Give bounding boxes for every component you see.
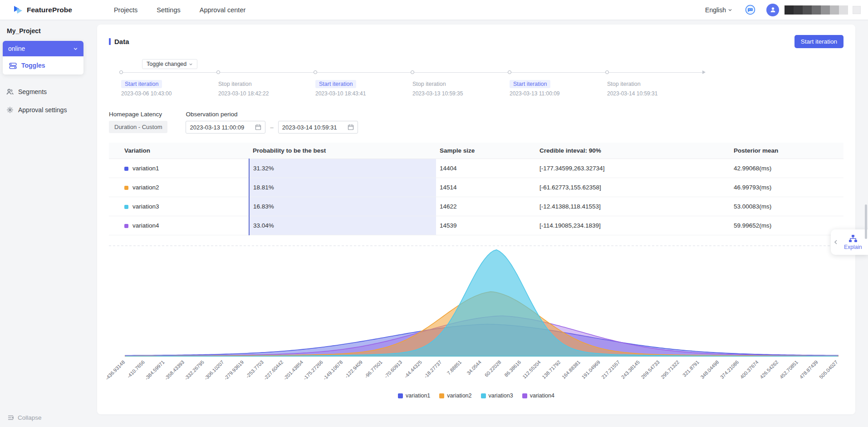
svg-text:295.71322: 295.71322	[660, 359, 680, 380]
col-header-credible-interval: Credible inteval: 90%	[536, 143, 730, 159]
event-label: Start iteration	[510, 80, 550, 88]
posterior-mean-cell: 42.99068(ms)	[730, 159, 843, 178]
metric-name: Homepage Latency	[109, 111, 167, 118]
svg-text:-279.93619: -279.93619	[223, 359, 245, 381]
sidebar-item-label: Segments	[18, 88, 47, 95]
svg-text:243.38145: 243.38145	[620, 359, 641, 380]
segments-icon	[6, 88, 14, 95]
nav-item-settings[interactable]: Settings	[157, 6, 180, 14]
svg-text:-175.27266: -175.27266	[302, 359, 324, 381]
table-row: variation3 16.83% 14622 [-12.41388,118.4…	[109, 197, 843, 216]
language-selector[interactable]: English	[705, 6, 732, 14]
legend-item-variation4[interactable]: variation4	[522, 392, 554, 399]
sidebar-item-label: Toggles	[21, 62, 45, 69]
swatch	[830, 5, 839, 15]
variation-name: variation4	[132, 222, 159, 229]
user-icon	[770, 6, 776, 13]
svg-text:217.21557: 217.21557	[600, 359, 621, 380]
duration-dropdown[interactable]: Duration - Custom	[109, 121, 167, 133]
swatch	[803, 5, 812, 15]
chevron-down-icon	[73, 46, 78, 51]
sidebar-item-segments[interactable]: Segments	[0, 83, 86, 101]
timeline-dot	[119, 70, 123, 74]
svg-text:400.37674: 400.37674	[739, 359, 760, 380]
iteration-timeline: Toggle changed Start iteration 2023-03-0…	[109, 59, 843, 101]
table-row: variation1 31.32% 14404 [-177.34599,263.…	[109, 159, 843, 178]
swatch	[821, 5, 830, 15]
approval-settings-icon	[6, 106, 14, 114]
svg-text:452.70851: 452.70851	[779, 359, 799, 380]
svg-text:-306.10207: -306.10207	[203, 359, 225, 381]
legend-swatch	[522, 393, 527, 398]
brand-name: FeatureProbe	[27, 6, 72, 14]
user-avatar[interactable]	[766, 4, 779, 16]
language-label: English	[705, 6, 726, 14]
swatch	[839, 5, 848, 15]
chevron-left-icon	[834, 239, 838, 245]
toggle-changed-dropdown[interactable]: Toggle changed	[142, 59, 197, 69]
timeline-event: Start iteration 2023-03-10 18:43:41	[315, 70, 402, 97]
timeline-arrow-icon	[702, 70, 706, 74]
svg-text:-436.93148: -436.93148	[104, 359, 126, 381]
svg-text:138.71792: 138.71792	[541, 359, 561, 380]
credible-interval-cell: [-12.41388,118.41553]	[536, 197, 730, 216]
collapse-icon	[7, 414, 14, 421]
legend-label: variation4	[530, 392, 554, 399]
sidebar-item-toggles[interactable]: Toggles	[3, 56, 83, 74]
svg-text:191.04969: 191.04969	[580, 359, 601, 380]
brand[interactable]: FeatureProbe	[13, 5, 72, 15]
svg-text:-253.7703: -253.7703	[245, 359, 265, 379]
sidebar-nav: Segments Approval settings	[0, 83, 86, 119]
svg-text:-122.9409: -122.9409	[344, 359, 364, 379]
timeline-dot	[216, 70, 220, 74]
svg-text:-149.10678: -149.10678	[322, 359, 344, 381]
explain-button[interactable]: Explain	[831, 229, 868, 255]
nav-item-projects[interactable]: Projects	[114, 6, 137, 14]
legend-swatch	[398, 393, 403, 398]
event-time: 2023-03-10 18:43:41	[315, 90, 402, 97]
legend-item-variation1[interactable]: variation1	[398, 392, 430, 399]
svg-text:-384.59971: -384.59971	[144, 359, 166, 381]
svg-text:-96.77501: -96.77501	[363, 359, 383, 379]
timeline-event: Stop iteration 2023-03-10 18:42:22	[218, 70, 304, 97]
start-iteration-button[interactable]: Start iteration	[794, 35, 843, 48]
posterior-density-chart: -436.93148-410.7656-384.59971-358.43393-…	[109, 245, 843, 392]
sample-size-cell: 14514	[436, 178, 536, 197]
toggle-changed-label: Toggle changed	[147, 61, 186, 67]
collapse-label: Collapse	[18, 414, 42, 421]
swatch	[812, 5, 821, 15]
nav-item-approval-center[interactable]: Approval center	[200, 6, 246, 14]
hierarchy-icon	[848, 234, 858, 243]
probability-cell: 33.04%	[249, 216, 436, 235]
help-icon[interactable]	[745, 5, 755, 15]
period-end-input[interactable]: 2023-03-14 10:59:31	[278, 121, 358, 134]
chevron-down-icon	[189, 62, 193, 66]
svg-text:374.21086: 374.21086	[719, 359, 740, 380]
toggles-icon	[9, 62, 17, 70]
chevron-down-icon	[728, 8, 732, 12]
svg-text:478.87439: 478.87439	[799, 359, 819, 380]
project-name: My_Project	[7, 27, 86, 35]
svg-text:-332.26795: -332.26795	[183, 359, 205, 381]
legend-item-variation2[interactable]: variation2	[439, 392, 471, 399]
event-time: 2023-03-14 10:59:31	[607, 90, 693, 97]
variation-color-dot	[124, 224, 128, 228]
sidebar-item-approval-settings[interactable]: Approval settings	[0, 101, 86, 119]
probability-cell: 18.81%	[249, 178, 436, 197]
credible-interval-cell: [-114.19085,234.1839]	[536, 216, 730, 235]
environment-selector[interactable]: online	[3, 41, 83, 56]
sidebar: My_Project online Toggles	[0, 20, 86, 427]
timeline-event: Stop iteration 2023-03-14 10:59:31	[607, 70, 693, 97]
window-scrollbar-thumb[interactable]	[865, 204, 867, 239]
event-label: Start iteration	[121, 80, 162, 88]
svg-text:-227.60442: -227.60442	[263, 359, 284, 381]
svg-text:321.8791: 321.8791	[682, 359, 700, 378]
period-inputs: 2023-03-13 11:00:09 – 2023-03-14 10:59:3…	[186, 121, 358, 134]
svg-text:-70.60913: -70.60913	[383, 359, 403, 379]
credible-interval-cell: [-177.34599,263.32734]	[536, 159, 730, 178]
period-start-input[interactable]: 2023-03-13 11:00:09	[186, 121, 265, 134]
legend-item-variation3[interactable]: variation3	[481, 392, 513, 399]
sidebar-collapse-button[interactable]: Collapse	[0, 414, 86, 421]
swatch	[785, 5, 794, 15]
col-header-variation: Variation	[109, 143, 249, 159]
